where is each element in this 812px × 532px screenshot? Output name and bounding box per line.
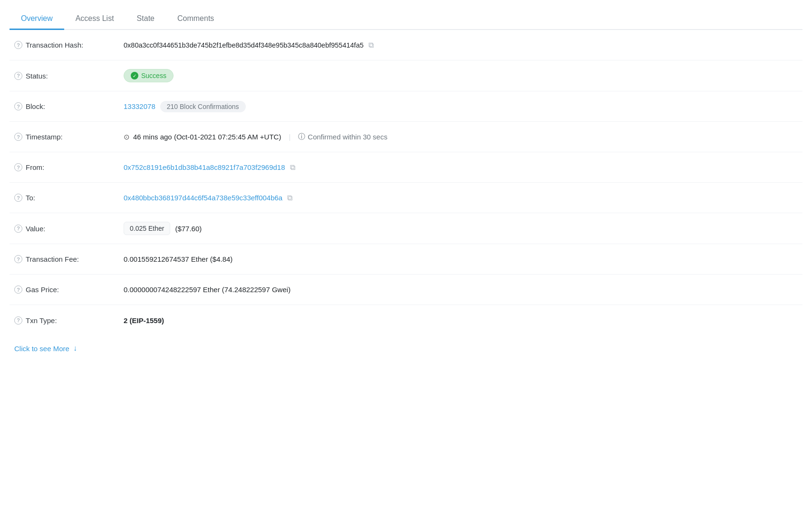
txn-type-value: 2 (EIP-1559) [124, 316, 164, 325]
value-usd: ($77.60) [175, 225, 202, 233]
timestamp-text: ⊙ 46 mins ago (Oct-01-2021 07:25:45 AM +… [124, 133, 281, 141]
txn-fee-label: Transaction Fee: [26, 255, 79, 263]
value-label-col: ? Value: [14, 225, 124, 233]
timestamp-value-col: ⊙ 46 mins ago (Oct-01-2021 07:25:45 AM +… [124, 132, 798, 141]
txn-fee-label-col: ? Transaction Fee: [14, 255, 124, 263]
check-icon: ✓ [131, 72, 138, 79]
transaction-hash-help-icon[interactable]: ? [14, 41, 22, 49]
transaction-hash-label-col: ? Transaction Hash: [14, 41, 124, 49]
value-label: Value: [26, 225, 45, 233]
from-value-col: 0x752c8191e6b1db38b41a8c8921f7a703f2969d… [124, 163, 798, 172]
block-number-link[interactable]: 13332078 [124, 102, 155, 110]
tab-access-list[interactable]: Access List [64, 9, 126, 30]
clock-icon: ⊙ [124, 133, 130, 141]
from-label: From: [26, 163, 44, 171]
click-more-label: Click to see More [14, 345, 69, 353]
click-to-see-more-button[interactable]: Click to see More ↓ [10, 335, 802, 361]
gas-price-label: Gas Price: [26, 286, 59, 294]
from-copy-icon[interactable]: ⧉ [290, 163, 295, 172]
gas-price-label-col: ? Gas Price: [14, 286, 124, 294]
from-label-col: ? From: [14, 163, 124, 171]
txn-fee-value-col: 0.001559212674537 Ether ($4.84) [124, 255, 798, 263]
gas-price-help-icon[interactable]: ? [14, 286, 22, 294]
gas-price-value-col: 0.000000074248222597 Ether (74.248222597… [124, 286, 798, 294]
to-copy-icon[interactable]: ⧉ [287, 194, 292, 202]
to-address-link[interactable]: 0x480bbcb368197d44c6f54a738e59c33eff004b… [124, 194, 282, 202]
tab-state[interactable]: State [126, 9, 166, 30]
status-text: Success [141, 72, 166, 79]
from-address-link[interactable]: 0x752c8191e6b1db38b41a8c8921f7a703f2969d… [124, 163, 285, 171]
value-help-icon[interactable]: ? [14, 225, 22, 233]
value-value-col: 0.025 Ether ($77.60) [124, 222, 798, 235]
transaction-hash-value-col: 0x80a3cc0f344651b3de745b2f1efbe8d35d4f34… [124, 41, 798, 49]
to-help-icon[interactable]: ? [14, 194, 22, 202]
transaction-hash-copy-icon[interactable]: ⧉ [368, 41, 374, 49]
timestamp-divider: | [289, 133, 290, 141]
arrow-down-icon: ↓ [73, 344, 77, 353]
txn-type-label: Txn Type: [26, 316, 57, 325]
info-icon: ⓘ [298, 132, 305, 141]
status-row: ? Status: ✓ Success [10, 60, 802, 91]
gas-price-value: 0.000000074248222597 Ether (74.248222597… [124, 286, 290, 294]
gas-price-row: ? Gas Price: 0.000000074248222597 Ether … [10, 275, 802, 305]
from-help-icon[interactable]: ? [14, 163, 22, 171]
value-row: ? Value: 0.025 Ether ($77.60) [10, 213, 802, 244]
to-label: To: [26, 194, 35, 202]
txn-fee-value: 0.001559212674537 Ether ($4.84) [124, 255, 232, 263]
to-value-col: 0x480bbcb368197d44c6f54a738e59c33eff004b… [124, 194, 798, 202]
confirmed-value: Confirmed within 30 secs [308, 133, 387, 141]
status-label: Status: [26, 72, 48, 80]
confirmed-text: ⓘ Confirmed within 30 secs [298, 132, 387, 141]
transaction-hash-label: Transaction Hash: [26, 41, 83, 49]
txn-type-help-icon[interactable]: ? [14, 316, 22, 325]
txn-fee-row: ? Transaction Fee: 0.001559212674537 Eth… [10, 244, 802, 275]
status-value-col: ✓ Success [124, 69, 798, 82]
txn-type-row: ? Txn Type: 2 (EIP-1559) [10, 305, 802, 335]
timestamp-row: ? Timestamp: ⊙ 46 mins ago (Oct-01-2021 … [10, 122, 802, 152]
detail-section: ? Transaction Hash: 0x80a3cc0f344651b3de… [10, 30, 802, 335]
status-help-icon[interactable]: ? [14, 72, 22, 80]
block-confirmations-badge: 210 Block Confirmations [160, 101, 246, 112]
txn-type-label-col: ? Txn Type: [14, 316, 124, 325]
to-row: ? To: 0x480bbcb368197d44c6f54a738e59c33e… [10, 183, 802, 213]
txn-fee-help-icon[interactable]: ? [14, 255, 22, 263]
tab-bar: Overview Access List State Comments [10, 0, 802, 30]
timestamp-help-icon[interactable]: ? [14, 133, 22, 141]
txn-type-eip: EIP-1559 [132, 316, 162, 325]
block-row: ? Block: 13332078 210 Block Confirmation… [10, 91, 802, 122]
timestamp-label: Timestamp: [26, 133, 63, 141]
block-label-col: ? Block: [14, 102, 124, 110]
from-row: ? From: 0x752c8191e6b1db38b41a8c8921f7a7… [10, 152, 802, 183]
transaction-hash-row: ? Transaction Hash: 0x80a3cc0f344651b3de… [10, 30, 802, 60]
status-badge: ✓ Success [124, 69, 174, 82]
to-label-col: ? To: [14, 194, 124, 202]
txn-type-value-col: 2 (EIP-1559) [124, 316, 798, 325]
block-help-icon[interactable]: ? [14, 102, 22, 110]
value-ether-box: 0.025 Ether [124, 222, 170, 235]
block-label: Block: [26, 102, 45, 110]
status-label-col: ? Status: [14, 72, 124, 80]
tab-comments[interactable]: Comments [166, 9, 225, 30]
block-value-col: 13332078 210 Block Confirmations [124, 101, 798, 112]
timestamp-value: 46 mins ago (Oct-01-2021 07:25:45 AM +UT… [133, 133, 281, 141]
transaction-hash-value: 0x80a3cc0f344651b3de745b2f1efbe8d35d4f34… [124, 41, 364, 49]
timestamp-label-col: ? Timestamp: [14, 133, 124, 141]
tab-overview[interactable]: Overview [10, 9, 64, 30]
